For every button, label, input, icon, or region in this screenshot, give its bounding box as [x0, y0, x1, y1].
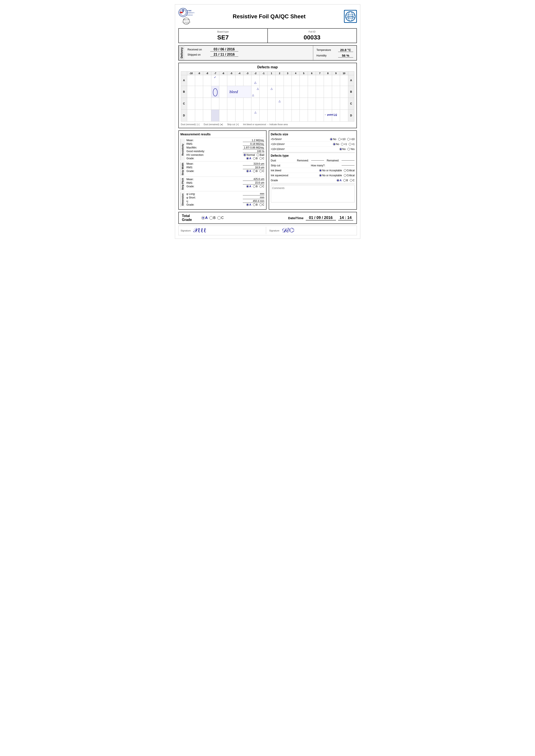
ds1-gt10-radio[interactable] — [347, 138, 350, 141]
sw-mean-row: Mean: 319.6 um — [186, 162, 265, 166]
col-header: 2 — [276, 71, 284, 75]
sp-grade-b-radio[interactable] — [253, 185, 256, 188]
ds3-yes-option[interactable]: Yes — [348, 148, 355, 150]
dim-grade-c-option[interactable]: C — [259, 203, 265, 206]
dim-phishort-value: mm — [243, 196, 265, 199]
col-header: -9 — [195, 71, 203, 75]
dt-grade-a-option[interactable]: A — [337, 179, 342, 182]
dt-grade-b-radio[interactable] — [343, 179, 346, 182]
cell-B-n7 — [211, 86, 219, 97]
inksqueeze-critical-radio[interactable] — [344, 174, 346, 177]
sw-grade-b-radio[interactable] — [253, 170, 256, 173]
cell-D-4 — [292, 109, 299, 121]
sw-grade-b-option[interactable]: B — [253, 170, 258, 173]
ds1-lt10-option[interactable]: <10 — [338, 138, 346, 141]
tg-a-option[interactable]: A — [201, 216, 208, 220]
inksqueeze-critical-option[interactable]: Critical — [344, 174, 355, 177]
hv-normal-radio[interactable] — [243, 154, 246, 156]
sw-grade-a-option[interactable]: A — [246, 170, 251, 173]
res-grade-a-radio[interactable] — [246, 157, 249, 160]
dt-grade-c-option[interactable]: C — [350, 179, 355, 182]
dt-grade-radio: A B C — [337, 179, 354, 182]
tg-a-radio[interactable] — [201, 216, 205, 220]
hv-bad-radio[interactable] — [257, 154, 259, 156]
cell-C-n2 — [251, 97, 259, 109]
ds1-no-option[interactable]: No — [330, 138, 336, 141]
hv-normal-option[interactable]: Normal — [243, 153, 255, 156]
sw-grade-a-radio[interactable] — [246, 170, 249, 173]
cell-B-n8 — [203, 86, 211, 97]
cell-B-n6 — [219, 86, 227, 97]
dim-grade-c-radio[interactable] — [259, 203, 262, 206]
res-grade-b-radio[interactable] — [253, 157, 256, 160]
dim-grade-b-option[interactable]: B — [253, 203, 258, 206]
legend-ink-bleed: Ink bleed or squeezeout → Indicate those… — [243, 123, 288, 126]
resistivity-maxmin-label: Max/Min: — [186, 146, 210, 149]
dim-grade-a-option[interactable]: A — [246, 203, 251, 206]
hv-bad-option[interactable]: Bad — [257, 153, 264, 156]
ds1-gt10-option[interactable]: >10 — [347, 138, 354, 141]
ds2-lt1-option[interactable]: <1 — [341, 143, 347, 146]
inksqueeze-no-option[interactable]: No or Acceptable — [319, 174, 342, 177]
dt-grade-c-radio[interactable] — [350, 179, 352, 182]
col-header: -2 — [251, 71, 259, 75]
inksqueeze-no-radio[interactable] — [319, 174, 322, 177]
legend-dust-removed: Dust (removed): [○] — [181, 123, 199, 126]
ds1-lt10-radio[interactable] — [338, 138, 341, 141]
tg-c-radio[interactable] — [217, 216, 221, 220]
sw-grade-c-radio[interactable] — [259, 170, 262, 173]
ds2-no-option[interactable]: No — [333, 143, 339, 146]
temperature-row: Temperature 20.8 °C — [317, 48, 353, 52]
delivery-section: Delivery Received on 03 / 06 / 2016 Ship… — [178, 45, 357, 61]
sp-grade-a-radio[interactable] — [246, 185, 249, 188]
dt-dust-remained-label: Remained: — [327, 159, 339, 162]
divider — [271, 152, 355, 153]
res-grade-b-option[interactable]: B — [253, 157, 258, 160]
cell-A-n2: △ — [251, 75, 259, 86]
res-grade-c-radio[interactable] — [259, 157, 262, 160]
row-label-B: B — [181, 86, 187, 97]
cell-A-n1 — [259, 75, 268, 86]
defects-legend: Dust (removed): [○] Dust (remained): [●]… — [181, 123, 354, 126]
sp-grade-b-option[interactable]: B — [253, 185, 258, 188]
cell-A-10 — [340, 75, 348, 86]
inkbleed-critical-option[interactable]: Critical — [344, 169, 355, 172]
ds1-no-radio[interactable] — [330, 138, 332, 141]
dt-grade-a-radio[interactable] — [337, 179, 339, 182]
ds2-gt1-option[interactable]: >1 — [349, 143, 355, 146]
sp-grade-row: Grade: A B C — [186, 185, 265, 188]
res-grade-b-label: B — [256, 157, 258, 160]
sw-grade-c-option[interactable]: C — [259, 170, 265, 173]
tg-b-option[interactable]: B — [210, 216, 216, 220]
tg-c-option[interactable]: C — [217, 216, 224, 220]
inkbleed-critical-radio[interactable] — [344, 169, 346, 172]
sp-grade-c-option[interactable]: C — [259, 185, 265, 188]
ds2-gt1-label: >1 — [352, 143, 355, 146]
measurement-title: Measurement results — [181, 133, 265, 136]
inkbleed-no-radio[interactable] — [319, 169, 322, 172]
cell-C-1 — [268, 97, 275, 109]
cell-D-n4 — [235, 109, 243, 121]
dim-grade-b-radio[interactable] — [253, 203, 256, 206]
ds2-lt1-radio[interactable] — [341, 143, 344, 146]
board-type-cell: Board type SE7 — [179, 29, 268, 43]
ds3-no-radio[interactable] — [339, 148, 342, 150]
cell-D-3 — [284, 109, 292, 121]
cell-D-n8 — [203, 109, 211, 121]
ds2-gt1-radio[interactable] — [349, 143, 351, 146]
dim-grade-a-radio[interactable] — [246, 203, 249, 206]
inkbleed-no-option[interactable]: No or Acceptable — [319, 169, 342, 172]
sp-grade-c-radio[interactable] — [259, 185, 262, 188]
cell-C-n4 — [235, 97, 243, 109]
legend-strip-cut: Strip cut: [×] — [227, 123, 239, 126]
col-header: -6 — [219, 71, 227, 75]
ds3-yes-radio[interactable] — [348, 148, 350, 150]
sp-mean-value: 425.6 um — [243, 177, 265, 181]
res-grade-a-option[interactable]: A — [246, 157, 251, 160]
res-grade-c-option[interactable]: C — [259, 157, 265, 160]
sp-grade-a-option[interactable]: A — [246, 185, 251, 188]
ds3-no-option[interactable]: No — [339, 148, 346, 150]
dt-grade-b-option[interactable]: B — [343, 179, 348, 182]
ds2-no-radio[interactable] — [333, 143, 336, 146]
tg-b-radio[interactable] — [210, 216, 213, 220]
